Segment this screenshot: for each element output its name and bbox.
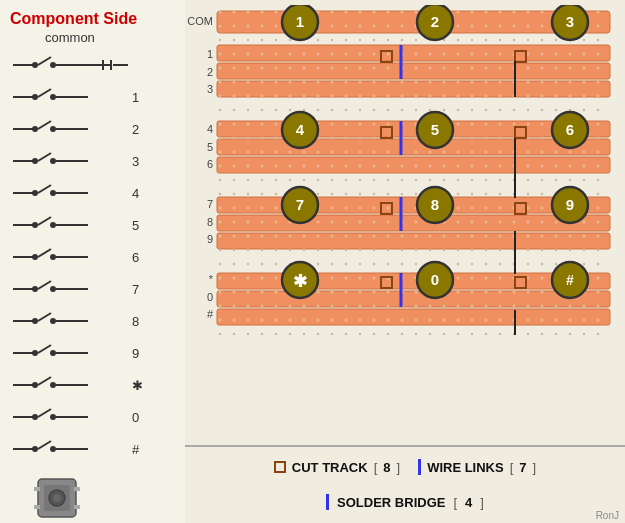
switch-row-6: 6 <box>13 243 180 271</box>
cut-track-bracket-right: ] <box>397 460 401 475</box>
left-panel: Component Side common <box>0 0 185 523</box>
label-r4: 4 <box>207 123 213 135</box>
svg-rect-73 <box>34 487 40 491</box>
svg-line-31 <box>38 217 51 225</box>
svg-point-15 <box>32 126 38 132</box>
svg-rect-74 <box>74 487 80 491</box>
comp-label-5: 5 <box>431 121 439 138</box>
right-panel: COM 1 2 3 4 5 6 7 8 9 * 0 # <box>185 0 625 523</box>
svg-point-22 <box>50 158 56 164</box>
svg-line-66 <box>38 441 51 449</box>
label-r9: 9 <box>207 233 213 245</box>
svg-rect-75 <box>34 505 40 509</box>
switch-symbol-star <box>13 375 128 395</box>
solder-bridge-label: SOLDER BRIDGE <box>337 495 445 510</box>
svg-line-26 <box>38 185 51 193</box>
switch-symbol-7 <box>13 279 128 299</box>
svg-point-55 <box>32 382 38 388</box>
row-label-star: ✱ <box>132 378 152 393</box>
row-label-4: 4 <box>132 186 152 201</box>
tactile-switch-image <box>30 471 180 523</box>
svg-line-51 <box>38 345 51 353</box>
author-label: RonJ <box>596 510 619 521</box>
cut-track-icon <box>274 461 286 473</box>
svg-point-40 <box>32 286 38 292</box>
row-label-7: 7 <box>132 282 152 297</box>
wire-links-bracket-right: ] <box>533 460 537 475</box>
switch-symbol-1 <box>13 87 128 107</box>
svg-point-62 <box>50 414 56 420</box>
comp-label-7: 7 <box>296 196 304 213</box>
switch-row-4: 4 <box>13 179 180 207</box>
row-label-0: 0 <box>132 410 152 425</box>
label-r0: 0 <box>207 291 213 303</box>
solder-bridge-count: 4 <box>465 495 472 510</box>
bottom-legend: CUT TRACK [ 8 ] WIRE LINKS [ 7 ] SOLDER … <box>185 445 625 523</box>
component-side-title: Component Side <box>10 10 180 28</box>
switch-symbol-2 <box>13 119 128 139</box>
comp-label-star: ✱ <box>293 272 307 291</box>
switch-row-7: 7 <box>13 275 180 303</box>
svg-line-21 <box>38 153 51 161</box>
svg-point-65 <box>32 446 38 452</box>
wire-link-icon <box>418 459 421 475</box>
svg-point-60 <box>32 414 38 420</box>
switch-symbol-5 <box>13 215 128 235</box>
svg-point-25 <box>32 190 38 196</box>
svg-point-67 <box>50 446 56 452</box>
switch-row-star: ✱ <box>13 371 180 399</box>
wire-links-label: WIRE LINKS <box>427 460 504 475</box>
switch-row-hash: # <box>13 435 180 463</box>
switch-row-common <box>13 51 180 79</box>
svg-point-47 <box>50 318 56 324</box>
switch-component-icon <box>30 471 85 523</box>
switch-row-9: 9 <box>13 339 180 367</box>
label-r7: 7 <box>207 198 213 210</box>
wire-links-bracket-left: [ <box>510 460 514 475</box>
solder-bridge-icon <box>326 494 329 510</box>
comp-label-hash: # <box>566 272 574 288</box>
row-label-8: 8 <box>132 314 152 329</box>
svg-rect-107 <box>217 97 610 121</box>
svg-line-56 <box>38 377 51 385</box>
svg-rect-85 <box>217 63 610 79</box>
comp-label-3: 3 <box>566 13 574 30</box>
svg-point-20 <box>32 158 38 164</box>
comp-label-9: 9 <box>566 196 574 213</box>
svg-point-3 <box>50 62 56 68</box>
label-r6: 6 <box>207 158 213 170</box>
svg-point-32 <box>50 222 56 228</box>
svg-rect-87 <box>217 81 610 97</box>
svg-point-10 <box>32 94 38 100</box>
switch-row-1: 1 <box>13 83 180 111</box>
switch-symbol-common <box>13 55 128 75</box>
main-container: Component Side common <box>0 0 625 523</box>
label-rstar: * <box>209 273 214 285</box>
switch-row-5: 5 <box>13 211 180 239</box>
svg-line-16 <box>38 121 51 129</box>
svg-rect-109 <box>217 249 610 273</box>
label-r3: 3 <box>207 83 213 95</box>
svg-line-2 <box>38 57 51 65</box>
svg-rect-105 <box>217 309 610 325</box>
svg-rect-103 <box>217 291 610 307</box>
svg-point-52 <box>50 350 56 356</box>
svg-line-36 <box>38 249 51 257</box>
label-rhash: # <box>207 308 214 320</box>
comp-label-1: 1 <box>296 13 304 30</box>
svg-rect-93 <box>217 157 610 173</box>
svg-point-57 <box>50 382 56 388</box>
switch-row-0: 0 <box>13 403 180 431</box>
legend-cut-track: CUT TRACK [ 8 ] <box>274 460 400 475</box>
comp-label-2: 2 <box>431 13 439 30</box>
switch-row-3: 3 <box>13 147 180 175</box>
svg-point-72 <box>53 494 61 502</box>
svg-line-61 <box>38 409 51 417</box>
svg-line-46 <box>38 313 51 321</box>
svg-rect-106 <box>217 33 610 45</box>
switch-symbol-0 <box>13 407 128 427</box>
label-r8: 8 <box>207 216 213 228</box>
switch-symbol-6 <box>13 247 128 267</box>
label-com: COM <box>187 15 213 27</box>
svg-point-50 <box>32 350 38 356</box>
